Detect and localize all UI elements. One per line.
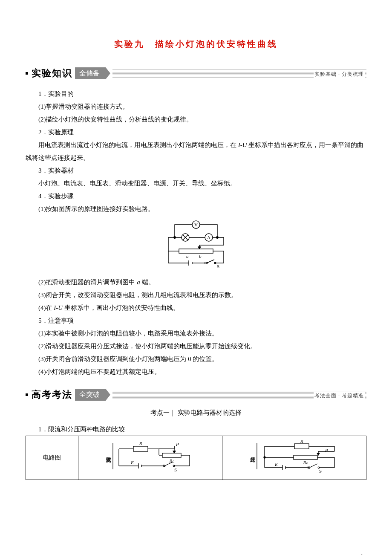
ammeter-label: A bbox=[207, 235, 210, 240]
page-number: - 1 - bbox=[357, 553, 366, 555]
svg-rect-12 bbox=[179, 249, 213, 253]
body-text-block-1: 1．实验目的 (1)掌握滑动变阻器的连接方式。 (2)描绘小灯泡的伏安特性曲线，… bbox=[26, 87, 366, 215]
sub1-p1: 1．限流和分压两种电路的比较 bbox=[26, 423, 366, 436]
E-label: E bbox=[130, 460, 134, 465]
p-purpose-title: 1．实验目的 bbox=[26, 87, 366, 100]
R-label-2: R bbox=[300, 440, 303, 444]
svg-rect-52 bbox=[294, 444, 309, 449]
section-tab-2: 全突破 bbox=[75, 389, 106, 401]
p-note-4: (4)小灯泡两端的电压不要超过其额定电压。 bbox=[26, 365, 366, 378]
section-note-2: 考法全面 · 考题精准 bbox=[314, 392, 365, 399]
divider-label: 分压式 bbox=[250, 457, 255, 462]
body-text-block-2: (2)把滑动变阻器的滑片调节到图中 a 端。 (3)闭合开关，改变滑动变阻器电阻… bbox=[26, 276, 366, 378]
p-note-1: (1)本实验中被测小灯泡的电阻值较小，电路采用电流表外接法。 bbox=[26, 327, 366, 340]
p-note-2: (2)滑动变阻器应采用分压式接法，使小灯泡两端的电压能从零开始连续变化。 bbox=[26, 340, 366, 353]
svg-point-24 bbox=[206, 262, 208, 264]
svg-point-6 bbox=[174, 237, 176, 238]
section-bar-knowledge: 实验知识 全储备 实验基础 · 分类梳理 bbox=[26, 67, 366, 80]
p-apparatus-1: 小灯泡、电流表、电压表、滑动变阻器、电源、开关、导线、坐标纸。 bbox=[26, 177, 366, 190]
svg-rect-57 bbox=[294, 455, 317, 460]
p-step-1: (1)按如图所示的原理图连接好实验电路。 bbox=[26, 202, 366, 215]
iu-italic: I-U bbox=[238, 142, 247, 148]
th-circuit: 电路图 bbox=[26, 436, 78, 480]
svg-line-23 bbox=[207, 260, 214, 263]
comparison-table: 电路图 限流式 R P bbox=[26, 436, 366, 480]
E-label-2: E bbox=[274, 462, 278, 467]
voltmeter-label: V bbox=[194, 222, 198, 227]
limiting-svg: 限流式 R P R₀ bbox=[99, 440, 202, 474]
text: (4)在 bbox=[38, 304, 54, 311]
text: (2)把滑动变阻器的滑片调节到图中 bbox=[38, 279, 137, 286]
section-hatch: 实验基础 · 分类梳理 bbox=[112, 69, 366, 78]
svg-rect-33 bbox=[162, 453, 181, 457]
text: 用电流表测出流过小灯泡的电流，用电压表测出小灯泡两端的电压，在 bbox=[38, 142, 238, 148]
p-apparatus-title: 3．实验器材 bbox=[26, 164, 366, 177]
svg-rect-30 bbox=[133, 446, 148, 451]
S-label-2: S bbox=[319, 468, 322, 474]
p-principle-1: 用电流表测出流过小灯泡的电流，用电压表测出小灯泡两端的电压，在 I-U 坐标系中… bbox=[26, 139, 366, 164]
section-bullet bbox=[26, 72, 28, 75]
p-note-title: 5．注意事项 bbox=[26, 314, 366, 327]
S-label: S bbox=[174, 467, 177, 472]
document-title: 实验九 描绘小灯泡的伏安特性曲线 bbox=[26, 38, 366, 50]
limiting-label: 限流式 bbox=[106, 457, 111, 463]
text: 端。 bbox=[140, 279, 155, 286]
subheading-1: 考点一｜ 实验电路与器材的选择 bbox=[26, 409, 366, 417]
section-heading: 实验知识 bbox=[31, 67, 73, 80]
section-bullet bbox=[26, 393, 28, 396]
table-row: 电路图 限流式 R P bbox=[26, 436, 366, 480]
p-principle-title: 2．实验原理 bbox=[26, 126, 366, 139]
R0-label-2: R₀ bbox=[303, 460, 308, 465]
iu-italic-2: I-U bbox=[54, 304, 63, 311]
p-note-3: (3)开关闭合前滑动变阻器应调到使小灯泡两端电压为 0 的位置。 bbox=[26, 353, 366, 365]
R-label: R bbox=[138, 441, 142, 446]
a-italic: a bbox=[137, 279, 140, 286]
svg-point-7 bbox=[216, 237, 218, 238]
text: 坐标系中，画出小灯泡的伏安特性曲线。 bbox=[63, 304, 179, 311]
section-hatch-2: 考法全面 · 考题精准 bbox=[112, 390, 366, 399]
circuit-svg: V A a b bbox=[156, 219, 236, 270]
section-tab: 全储备 bbox=[75, 67, 106, 79]
p-step-2: (2)把滑动变阻器的滑片调节到图中 a 端。 bbox=[26, 276, 366, 289]
divider-svg: 分压式 R P R₀ bbox=[243, 440, 346, 474]
svg-line-69 bbox=[309, 464, 317, 468]
circuit-diagram: V A a b bbox=[26, 219, 366, 272]
P-label: P bbox=[176, 442, 179, 447]
sub-intro: 1．限流和分压两种电路的比较 bbox=[26, 423, 366, 436]
p-steps-title: 4．实验步骤 bbox=[26, 190, 366, 202]
cell-limiting-circuit: 限流式 R P R₀ bbox=[78, 436, 222, 480]
p-step-4: (4)在 I-U 坐标系中，画出小灯泡的伏安特性曲线。 bbox=[26, 301, 366, 314]
p-step-3: (3)闭合开关，改变滑动变阻器电阻，测出几组电流表和电压表的示数。 bbox=[26, 289, 366, 301]
P-label-2: P bbox=[325, 448, 328, 453]
cell-divider-circuit: 分压式 R P R₀ bbox=[222, 436, 366, 480]
p-purpose-2: (2)描绘小灯泡的伏安特性曲线，分析曲线的变化规律。 bbox=[26, 113, 366, 126]
switch-label: S bbox=[217, 264, 219, 269]
rheostat-b: b bbox=[199, 254, 202, 259]
p-purpose-1: (1)掌握滑动变阻器的连接方式。 bbox=[26, 100, 366, 113]
page-root: 实验九 描绘小灯泡的伏安特性曲线 实验知识 全储备 实验基础 · 分类梳理 1．… bbox=[0, 0, 392, 555]
section-bar-method: 高考考法 全突破 考法全面 · 考题精准 bbox=[26, 388, 366, 401]
section-note: 实验基础 · 分类梳理 bbox=[314, 71, 365, 78]
section-heading-2: 高考考法 bbox=[31, 388, 73, 401]
rheostat-a: a bbox=[186, 254, 189, 259]
svg-line-47 bbox=[164, 462, 173, 466]
